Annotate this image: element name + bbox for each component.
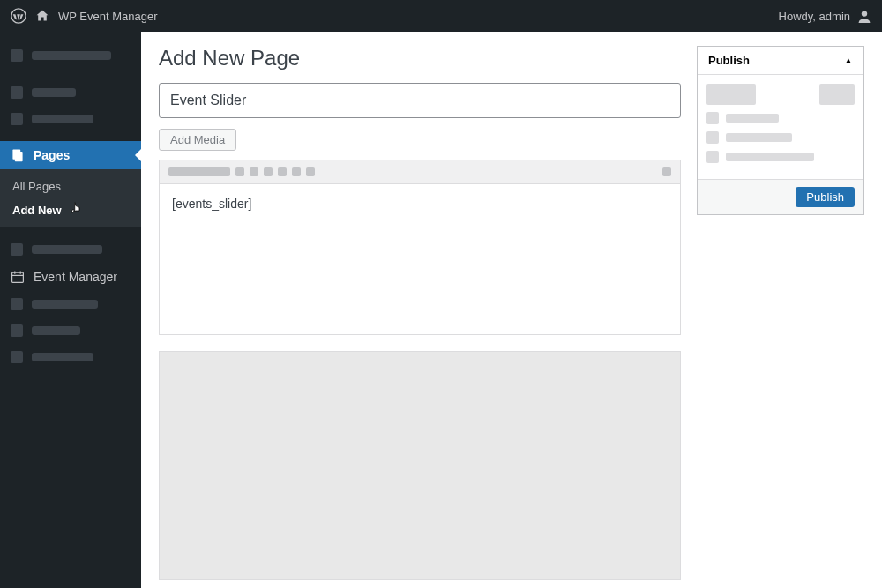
admin-topbar: WP Event Manager Howdy, admin: [0, 0, 882, 32]
collapse-icon: ▲: [844, 56, 853, 65]
sidebar-item-pages[interactable]: Pages: [0, 141, 141, 169]
sidebar-item-placeholder[interactable]: [0, 79, 141, 106]
page-title: Add New Page: [159, 46, 681, 71]
visibility-placeholder: [726, 133, 792, 142]
status-icon-placeholder: [706, 112, 719, 124]
visibility-icon-placeholder: [706, 131, 719, 144]
schedule-icon-placeholder: [706, 151, 719, 163]
svg-point-1: [862, 11, 867, 16]
toolbar-placeholder[interactable]: [292, 167, 301, 176]
editor-textarea[interactable]: [events_slider]: [160, 184, 680, 334]
sidebar-item-event-manager[interactable]: Event Manager: [0, 263, 141, 291]
publish-header[interactable]: Publish ▲: [698, 47, 863, 75]
calendar-icon: [11, 270, 25, 284]
user-icon[interactable]: [857, 9, 871, 23]
site-name[interactable]: WP Event Manager: [58, 10, 157, 23]
toolbar-placeholder[interactable]: [235, 167, 244, 176]
cursor-pointer-icon: [69, 201, 85, 220]
home-icon[interactable]: [35, 9, 49, 23]
sidebar-item-placeholder[interactable]: [0, 291, 141, 317]
editor-toolbar: [160, 160, 680, 184]
submenu-all-pages[interactable]: All Pages: [0, 175, 141, 198]
wordpress-icon[interactable]: [11, 8, 26, 24]
content-editor: [events_slider]: [159, 160, 681, 335]
preview-placeholder[interactable]: [819, 84, 855, 105]
sidebar-item-placeholder[interactable]: [0, 42, 141, 69]
publish-metabox: Publish ▲ Publish: [697, 46, 864, 215]
admin-sidebar: Pages All Pages Add New Event Manager: [0, 32, 141, 588]
toolbar-placeholder[interactable]: [662, 167, 671, 176]
publish-button[interactable]: Publish: [796, 187, 855, 207]
sidebar-pages-label: Pages: [34, 148, 70, 162]
publish-header-label: Publish: [708, 54, 750, 67]
toolbar-placeholder[interactable]: [278, 167, 287, 176]
toolbar-placeholder[interactable]: [250, 167, 258, 176]
schedule-placeholder: [726, 153, 814, 161]
event-manager-label: Event Manager: [34, 270, 117, 284]
sidebar-item-placeholder[interactable]: [0, 106, 141, 132]
sidebar-item-placeholder[interactable]: [0, 236, 141, 263]
add-media-button[interactable]: Add Media: [159, 129, 236, 151]
toolbar-placeholder[interactable]: [168, 167, 230, 176]
toolbar-placeholder[interactable]: [306, 167, 315, 176]
status-placeholder: [726, 114, 779, 123]
svg-rect-4: [12, 272, 24, 282]
svg-rect-3: [15, 152, 23, 161]
pages-icon: [11, 148, 25, 162]
save-draft-placeholder[interactable]: [706, 84, 756, 105]
sidebar-item-placeholder[interactable]: [0, 344, 141, 370]
toolbar-placeholder[interactable]: [264, 167, 273, 176]
main-content: Add New Page Add Media [events_slider]: [141, 32, 882, 588]
sidebar-item-placeholder[interactable]: [0, 317, 141, 344]
page-title-input[interactable]: [159, 83, 681, 118]
user-greeting[interactable]: Howdy, admin: [779, 10, 850, 23]
metabox-placeholder: [159, 351, 681, 580]
